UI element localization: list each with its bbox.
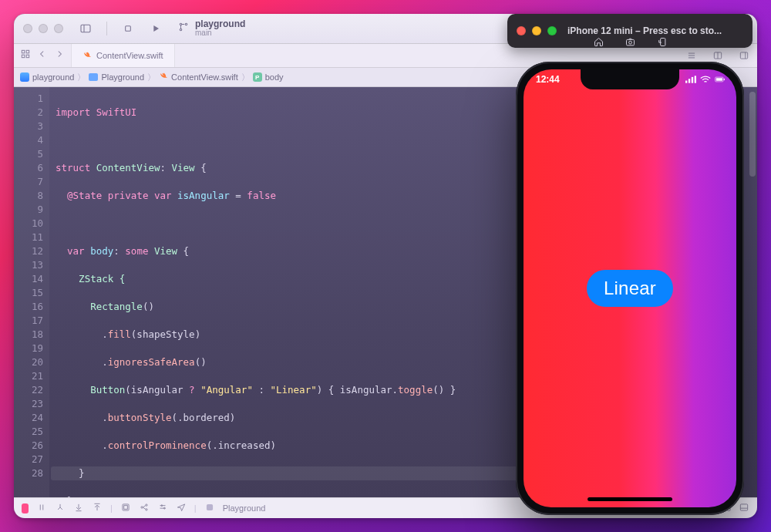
svg-line-33 (143, 506, 146, 507)
wifi-icon (700, 76, 711, 83)
device-notch (581, 69, 679, 89)
screenshot-icon[interactable] (625, 36, 636, 50)
svg-rect-46 (689, 79, 690, 82)
svg-rect-29 (124, 506, 128, 510)
home-button-icon[interactable] (593, 36, 604, 50)
debug-view-button[interactable] (120, 502, 131, 514)
toggle-navigator-button[interactable] (76, 19, 96, 38)
svg-rect-47 (692, 77, 693, 83)
stop-button[interactable] (118, 19, 138, 38)
sim-minimize-dot[interactable] (532, 26, 541, 35)
svg-point-32 (146, 509, 147, 510)
swift-file-icon (82, 51, 92, 60)
tab-contentview[interactable]: ContentView.swift (71, 44, 175, 67)
svg-rect-11 (26, 50, 29, 53)
svg-rect-2 (126, 26, 131, 32)
app-icon (20, 72, 29, 82)
svg-point-4 (180, 23, 182, 25)
code-content[interactable]: import SwiftUI struct ContentView: View … (49, 87, 558, 497)
zoom-dot[interactable] (54, 24, 63, 33)
process-icon (204, 502, 215, 514)
scheme-selector[interactable]: playground main (178, 19, 245, 37)
svg-rect-0 (81, 25, 90, 32)
process-name[interactable]: Playground (223, 503, 266, 513)
svg-line-34 (143, 507, 146, 509)
home-indicator[interactable] (588, 497, 672, 501)
continue-button[interactable] (55, 502, 66, 514)
tab-filename: ContentView.swift (96, 51, 163, 60)
sim-close-dot[interactable] (517, 26, 526, 35)
simulator-title: iPhone 12 mini – Press esc to sto... (567, 25, 743, 36)
sim-zoom-dot[interactable] (547, 26, 557, 35)
svg-point-5 (180, 29, 182, 31)
line-gutter: 1234567891011121314151617181920212223242… (14, 87, 49, 497)
svg-rect-48 (695, 76, 696, 82)
svg-rect-51 (724, 79, 725, 80)
minimize-dot[interactable] (39, 24, 48, 33)
linear-button[interactable]: Linear (587, 270, 673, 307)
breadcrumb-project[interactable]: playground (32, 72, 74, 82)
pause-button[interactable] (36, 502, 47, 514)
property-icon: P (253, 72, 262, 82)
breadcrumb-file[interactable]: ContentView.swift (171, 72, 238, 82)
memory-graph-button[interactable] (139, 502, 150, 514)
nav-forward-button[interactable] (54, 49, 65, 62)
breadcrumb-symbol[interactable]: body (265, 72, 284, 82)
battery-icon (715, 76, 726, 83)
svg-point-6 (185, 23, 187, 25)
nav-back-button[interactable] (37, 49, 48, 62)
close-dot[interactable] (23, 24, 32, 33)
rotate-icon[interactable] (656, 36, 668, 50)
related-items-icon[interactable] (20, 49, 31, 62)
run-button[interactable] (146, 19, 166, 38)
simulator-titlebar[interactable]: iPhone 12 mini – Press esc to sto... (507, 14, 752, 48)
svg-rect-13 (26, 55, 29, 58)
svg-rect-39 (207, 504, 213, 510)
svg-rect-12 (22, 55, 25, 58)
cellular-icon (685, 76, 696, 83)
scheme-branch: main (195, 29, 245, 38)
folder-icon (89, 73, 98, 81)
svg-rect-42 (626, 39, 634, 45)
status-bar-time: 12:44 (536, 74, 560, 85)
window-traffic-lights[interactable] (23, 24, 63, 33)
branch-icon (178, 22, 189, 35)
simulator-screen[interactable]: 12:44 Linear (524, 69, 736, 507)
svg-rect-45 (685, 81, 687, 83)
svg-marker-3 (153, 25, 159, 32)
svg-rect-44 (660, 39, 665, 46)
simulator-window: iPhone 12 mini – Press esc to sto... 12:… (507, 14, 752, 515)
svg-point-30 (141, 507, 143, 508)
iphone-device-frame: 12:44 Linear (516, 62, 744, 515)
environment-button[interactable] (157, 502, 168, 514)
svg-point-43 (628, 41, 631, 44)
svg-rect-10 (22, 50, 25, 53)
swift-file-icon (159, 72, 168, 82)
svg-point-31 (146, 504, 147, 506)
svg-rect-28 (123, 504, 129, 510)
breakpoint-toggle[interactable] (22, 503, 29, 513)
breadcrumb-folder[interactable]: Playground (101, 72, 144, 82)
step-in-button[interactable] (92, 502, 103, 514)
step-over-button[interactable] (73, 502, 84, 514)
location-button[interactable] (176, 502, 187, 514)
status-bar-right (685, 76, 726, 83)
svg-rect-50 (716, 78, 722, 81)
